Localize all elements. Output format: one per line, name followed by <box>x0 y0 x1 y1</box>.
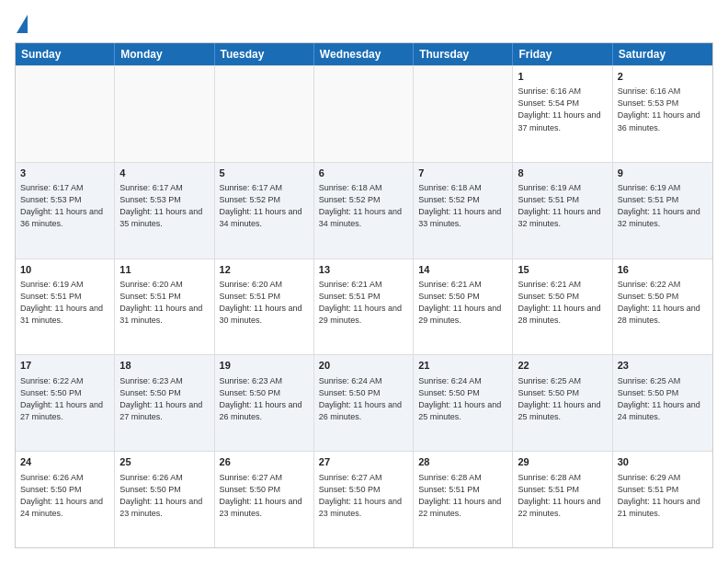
header-wednesday: Wednesday <box>314 43 414 65</box>
day-number: 19 <box>220 359 309 373</box>
calendar-cell: 23Sunrise: 6:25 AMSunset: 5:50 PMDayligh… <box>613 355 712 451</box>
calendar-cell: 13Sunrise: 6:21 AMSunset: 5:51 PMDayligh… <box>314 259 414 355</box>
day-number: 4 <box>119 167 209 180</box>
calendar-cell: 5Sunrise: 6:17 AMSunset: 5:52 PMDaylight… <box>215 163 314 259</box>
calendar-cell <box>314 66 414 162</box>
calendar-row: 1Sunrise: 6:16 AMSunset: 5:54 PMDaylight… <box>16 65 712 162</box>
calendar-cell: 15Sunrise: 6:21 AMSunset: 5:50 PMDayligh… <box>513 259 612 355</box>
day-number: 27 <box>319 455 408 469</box>
day-number: 12 <box>220 263 309 277</box>
calendar-cell: 19Sunrise: 6:23 AMSunset: 5:50 PMDayligh… <box>215 355 314 451</box>
cell-sun-info: Sunrise: 6:22 AMSunset: 5:50 PMDaylight:… <box>618 279 708 327</box>
calendar-cell: 7Sunrise: 6:18 AMSunset: 5:52 PMDaylight… <box>414 163 513 259</box>
calendar-cell: 3Sunrise: 6:17 AMSunset: 5:53 PMDaylight… <box>16 163 115 259</box>
day-number: 17 <box>20 359 109 373</box>
cell-sun-info: Sunrise: 6:27 AMSunset: 5:50 PMDaylight:… <box>220 472 309 520</box>
calendar-cell: 2Sunrise: 6:16 AMSunset: 5:53 PMDaylight… <box>613 66 712 162</box>
calendar-cell: 21Sunrise: 6:24 AMSunset: 5:50 PMDayligh… <box>414 355 513 451</box>
cell-sun-info: Sunrise: 6:16 AMSunset: 5:54 PMDaylight:… <box>518 86 607 133</box>
calendar: Sunday Monday Tuesday Wednesday Thursday… <box>15 42 713 548</box>
day-number: 21 <box>418 359 507 373</box>
day-number: 11 <box>119 263 209 277</box>
calendar-cell: 30Sunrise: 6:29 AMSunset: 5:51 PMDayligh… <box>613 452 712 547</box>
cell-sun-info: Sunrise: 6:28 AMSunset: 5:51 PMDaylight:… <box>418 472 507 520</box>
calendar-cell: 4Sunrise: 6:17 AMSunset: 5:53 PMDaylight… <box>115 163 214 259</box>
cell-sun-info: Sunrise: 6:28 AMSunset: 5:51 PMDaylight:… <box>518 472 607 520</box>
day-number: 7 <box>418 167 507 180</box>
cell-sun-info: Sunrise: 6:24 AMSunset: 5:50 PMDaylight:… <box>319 375 408 423</box>
calendar-cell: 10Sunrise: 6:19 AMSunset: 5:51 PMDayligh… <box>16 259 115 355</box>
cell-sun-info: Sunrise: 6:20 AMSunset: 5:51 PMDaylight:… <box>220 279 309 327</box>
cell-sun-info: Sunrise: 6:21 AMSunset: 5:50 PMDaylight:… <box>418 279 507 327</box>
day-number: 2 <box>618 70 708 84</box>
calendar-cell <box>115 66 214 162</box>
day-number: 25 <box>119 455 209 469</box>
calendar-cell: 16Sunrise: 6:22 AMSunset: 5:50 PMDayligh… <box>613 259 712 355</box>
cell-sun-info: Sunrise: 6:17 AMSunset: 5:53 PMDaylight:… <box>119 182 209 230</box>
calendar-cell: 18Sunrise: 6:23 AMSunset: 5:50 PMDayligh… <box>115 355 214 451</box>
calendar-cell: 24Sunrise: 6:26 AMSunset: 5:50 PMDayligh… <box>16 452 115 547</box>
calendar-cell: 1Sunrise: 6:16 AMSunset: 5:54 PMDaylight… <box>513 66 612 162</box>
cell-sun-info: Sunrise: 6:22 AMSunset: 5:50 PMDaylight:… <box>20 375 109 423</box>
calendar-cell: 28Sunrise: 6:28 AMSunset: 5:51 PMDayligh… <box>414 452 513 547</box>
calendar-row: 3Sunrise: 6:17 AMSunset: 5:53 PMDaylight… <box>16 162 712 259</box>
cell-sun-info: Sunrise: 6:18 AMSunset: 5:52 PMDaylight:… <box>319 182 408 230</box>
calendar-cell: 11Sunrise: 6:20 AMSunset: 5:51 PMDayligh… <box>115 259 214 355</box>
calendar-cell: 20Sunrise: 6:24 AMSunset: 5:50 PMDayligh… <box>314 355 414 451</box>
calendar-row: 17Sunrise: 6:22 AMSunset: 5:50 PMDayligh… <box>16 354 712 451</box>
logo <box>15 15 28 33</box>
cell-sun-info: Sunrise: 6:17 AMSunset: 5:52 PMDaylight:… <box>220 182 309 230</box>
cell-sun-info: Sunrise: 6:20 AMSunset: 5:51 PMDaylight:… <box>119 279 209 327</box>
calendar-cell: 29Sunrise: 6:28 AMSunset: 5:51 PMDayligh… <box>513 452 612 547</box>
day-number: 24 <box>20 455 109 469</box>
calendar-cell: 25Sunrise: 6:26 AMSunset: 5:50 PMDayligh… <box>115 452 214 547</box>
calendar-row: 10Sunrise: 6:19 AMSunset: 5:51 PMDayligh… <box>16 259 712 355</box>
cell-sun-info: Sunrise: 6:19 AMSunset: 5:51 PMDaylight:… <box>618 182 708 230</box>
cell-sun-info: Sunrise: 6:25 AMSunset: 5:50 PMDaylight:… <box>618 375 708 423</box>
cell-sun-info: Sunrise: 6:17 AMSunset: 5:53 PMDaylight:… <box>20 182 109 230</box>
calendar-cell: 6Sunrise: 6:18 AMSunset: 5:52 PMDaylight… <box>314 163 414 259</box>
day-number: 3 <box>20 167 109 180</box>
calendar-cell <box>16 66 115 162</box>
day-number: 29 <box>518 455 607 469</box>
calendar-header: Sunday Monday Tuesday Wednesday Thursday… <box>16 43 712 65</box>
day-number: 9 <box>618 167 708 180</box>
day-number: 23 <box>618 359 708 373</box>
cell-sun-info: Sunrise: 6:23 AMSunset: 5:50 PMDaylight:… <box>119 375 209 423</box>
header-friday: Friday <box>513 43 612 65</box>
day-number: 5 <box>220 167 309 180</box>
day-number: 20 <box>319 359 408 373</box>
calendar-cell <box>414 66 513 162</box>
cell-sun-info: Sunrise: 6:16 AMSunset: 5:53 PMDaylight:… <box>618 86 708 133</box>
day-number: 10 <box>20 263 109 277</box>
cell-sun-info: Sunrise: 6:21 AMSunset: 5:51 PMDaylight:… <box>319 279 408 327</box>
cell-sun-info: Sunrise: 6:26 AMSunset: 5:50 PMDaylight:… <box>20 472 109 520</box>
calendar-cell: 8Sunrise: 6:19 AMSunset: 5:51 PMDaylight… <box>513 163 612 259</box>
cell-sun-info: Sunrise: 6:21 AMSunset: 5:50 PMDaylight:… <box>518 279 607 327</box>
header <box>15 15 713 33</box>
calendar-cell: 9Sunrise: 6:19 AMSunset: 5:51 PMDaylight… <box>613 163 712 259</box>
cell-sun-info: Sunrise: 6:18 AMSunset: 5:52 PMDaylight:… <box>418 182 507 230</box>
day-number: 14 <box>418 263 507 277</box>
cell-sun-info: Sunrise: 6:24 AMSunset: 5:50 PMDaylight:… <box>418 375 507 423</box>
day-number: 8 <box>518 167 607 180</box>
calendar-cell: 22Sunrise: 6:25 AMSunset: 5:50 PMDayligh… <box>513 355 612 451</box>
header-thursday: Thursday <box>414 43 513 65</box>
day-number: 26 <box>220 455 309 469</box>
header-tuesday: Tuesday <box>215 43 314 65</box>
calendar-cell: 27Sunrise: 6:27 AMSunset: 5:50 PMDayligh… <box>314 452 414 547</box>
calendar-cell: 17Sunrise: 6:22 AMSunset: 5:50 PMDayligh… <box>16 355 115 451</box>
calendar-cell: 14Sunrise: 6:21 AMSunset: 5:50 PMDayligh… <box>414 259 513 355</box>
cell-sun-info: Sunrise: 6:26 AMSunset: 5:50 PMDaylight:… <box>119 472 209 520</box>
calendar-row: 24Sunrise: 6:26 AMSunset: 5:50 PMDayligh… <box>16 451 712 547</box>
day-number: 6 <box>319 167 408 180</box>
day-number: 18 <box>119 359 209 373</box>
day-number: 30 <box>618 455 708 469</box>
cell-sun-info: Sunrise: 6:27 AMSunset: 5:50 PMDaylight:… <box>319 472 408 520</box>
header-monday: Monday <box>115 43 214 65</box>
cell-sun-info: Sunrise: 6:29 AMSunset: 5:51 PMDaylight:… <box>618 472 708 520</box>
calendar-cell <box>215 66 314 162</box>
cell-sun-info: Sunrise: 6:23 AMSunset: 5:50 PMDaylight:… <box>220 375 309 423</box>
day-number: 22 <box>518 359 607 373</box>
calendar-cell: 12Sunrise: 6:20 AMSunset: 5:51 PMDayligh… <box>215 259 314 355</box>
